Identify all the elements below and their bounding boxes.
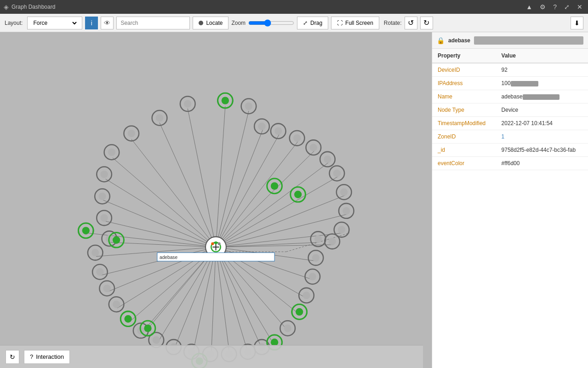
restore-button[interactable]: ⤢ (562, 2, 571, 12)
fullscreen-button[interactable]: ⛶ Full Screen (331, 17, 379, 29)
svg-point-113 (340, 188, 348, 196)
svg-point-139 (144, 324, 151, 332)
svg-point-125 (258, 123, 265, 130)
svg-point-95 (284, 324, 291, 332)
settings-button[interactable]: ⚙ (538, 2, 548, 12)
minimize-button[interactable]: ▲ (524, 2, 534, 12)
svg-point-135 (271, 182, 278, 190)
bottom-bar: ↻ ? Interaction (0, 345, 423, 368)
svg-point-109 (338, 226, 345, 233)
svg-point-115 (333, 170, 341, 177)
svg-point-133 (113, 236, 120, 244)
svg-point-137 (294, 191, 302, 198)
node-name: adebase (448, 37, 470, 44)
svg-point-57 (100, 171, 108, 178)
node-title-bar (474, 36, 583, 45)
table-row: _id9758d2f5-e82d-44c7-bc36-fab (432, 144, 588, 157)
properties-table: Property Value DeviceID92IPAddress100Nam… (432, 49, 588, 170)
download-button[interactable]: ⬇ (571, 17, 583, 29)
property-name: IPAddress (432, 77, 496, 90)
table-row: ZoneID1 (432, 130, 588, 144)
svg-point-59 (98, 193, 106, 200)
property-value: 9758d2f5-e82d-44c7-bc36-fab (496, 144, 588, 157)
layout-label: Layout: (5, 20, 23, 26)
svg-point-55 (108, 149, 115, 156)
drag-button[interactable]: ⤢ Drag (297, 17, 328, 29)
svg-line-8 (106, 221, 216, 247)
svg-point-117 (324, 155, 331, 163)
svg-point-53 (128, 130, 135, 137)
svg-line-24 (216, 247, 275, 345)
app-icon: ◈ (4, 3, 9, 11)
fullscreen-label: Full Screen (345, 20, 373, 26)
zoom-slider[interactable] (248, 19, 294, 27)
svg-line-33 (216, 214, 348, 247)
svg-point-79 (153, 336, 160, 344)
property-name: _id (432, 144, 496, 157)
help-button[interactable]: ? (551, 2, 559, 12)
visibility-button[interactable]: 👁 (101, 17, 114, 29)
property-name: DeviceID (432, 63, 496, 77)
refresh-button[interactable]: ↻ (6, 350, 19, 364)
title-bar: ◈ Graph Dashboard ▲ ⚙ ? ⤢ ✕ (0, 0, 588, 14)
layout-dropdown[interactable]: Force (31, 19, 78, 27)
locate-icon (199, 21, 203, 25)
property-name: TimestampModified (432, 117, 496, 130)
rotate-label: Rotate: (384, 20, 402, 26)
props-scroll[interactable]: Property Value DeviceID92IPAddress100Nam… (432, 49, 588, 368)
rotate-cw-button[interactable]: ↻ (420, 17, 433, 29)
search-input[interactable] (116, 17, 190, 29)
svg-point-123 (274, 127, 282, 135)
property-value: #ff6d00 (496, 157, 588, 170)
svg-line-22 (216, 247, 249, 355)
zoom-label: Zoom (231, 20, 245, 26)
interaction-button[interactable]: ? Interaction (24, 350, 70, 364)
svg-point-73 (113, 300, 120, 308)
main-area: adebase ↻ ? Interaction 🔒 adebase Proper… (0, 32, 588, 368)
properties-panel: 🔒 adebase Property Value DeviceID92IPAdd… (432, 32, 588, 368)
svg-line-38 (216, 141, 298, 247)
svg-line-37 (216, 151, 314, 247)
svg-line-20 (211, 247, 216, 357)
table-row: Node TypeDevice (432, 104, 588, 117)
rotate-ccw-button[interactable]: ↺ (405, 17, 417, 29)
svg-point-99 (303, 292, 310, 299)
svg-point-101 (309, 273, 316, 280)
table-row: eventColor#ff6d00 (432, 157, 588, 170)
property-name: eventColor (432, 157, 496, 170)
locate-button[interactable]: Locate (193, 17, 228, 29)
svg-line-21 (216, 247, 230, 357)
link-value[interactable]: 1 (502, 133, 505, 140)
property-value: 100 (496, 77, 588, 90)
info-button[interactable]: i (85, 17, 98, 29)
window-controls: ▲ ⚙ ? ⤢ ✕ (524, 2, 584, 12)
svg-line-17 (157, 247, 216, 343)
graph-canvas[interactable]: adebase ↻ ? Interaction (0, 32, 432, 368)
svg-text:adebase: adebase (160, 255, 177, 260)
layout-select[interactable]: Force (27, 17, 82, 29)
close-button[interactable]: ✕ (575, 2, 584, 12)
table-row: DeviceID92 (432, 63, 588, 77)
table-row: Nameadebase (432, 90, 588, 104)
svg-point-107 (328, 238, 336, 245)
svg-point-129 (124, 315, 131, 322)
value-col-header: Value (496, 49, 588, 63)
svg-point-103 (312, 254, 320, 261)
property-col-header: Property (432, 49, 496, 63)
property-value: 2022-12-07 10:41:54 (496, 117, 588, 130)
svg-point-67 (91, 249, 99, 256)
redacted-value (511, 81, 538, 86)
svg-point-105 (314, 236, 322, 243)
property-name: ZoneID (432, 130, 496, 144)
question-icon: ? (30, 353, 33, 360)
svg-line-23 (216, 247, 263, 351)
svg-point-69 (96, 268, 103, 276)
svg-point-111 (343, 207, 350, 214)
toolbar: Layout: Force i 👁 Locate Zoom ⤢ Drag ⛶ F… (0, 14, 588, 32)
svg-point-119 (310, 144, 317, 151)
svg-line-9 (110, 242, 216, 247)
property-value: adebase (496, 90, 588, 104)
svg-line-28 (216, 247, 314, 280)
svg-line-18 (174, 247, 216, 351)
svg-line-3 (160, 123, 216, 247)
